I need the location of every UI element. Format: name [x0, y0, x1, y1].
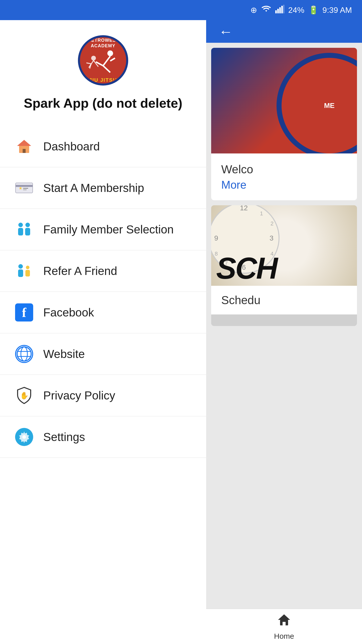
svg-text:2: 2	[270, 220, 274, 227]
schedule-label: Schedu	[221, 293, 347, 307]
right-panel: ← ME Welco More	[206, 20, 362, 644]
facebook-icon: f	[15, 303, 33, 321]
membership-icon	[15, 179, 33, 197]
svg-point-24	[18, 223, 23, 227]
wifi-icon	[261, 5, 271, 15]
svg-rect-4	[283, 5, 284, 13]
nav-item-home[interactable]: Home	[264, 613, 304, 640]
logo-text-bottom: JIU JITSU	[89, 77, 117, 83]
schedule-overlay-text: SCH	[211, 251, 282, 286]
svg-point-10	[91, 56, 96, 61]
svg-point-30	[26, 266, 29, 269]
welcome-text: Welco	[221, 163, 347, 176]
svg-rect-52	[283, 622, 286, 625]
svg-line-9	[110, 58, 115, 61]
alarm-icon: ⊕	[250, 5, 257, 15]
drawer-menu: Dashboard Start A Membership	[0, 126, 206, 458]
svg-text:✋: ✋	[20, 391, 29, 400]
menu-item-facebook[interactable]: f Facebook	[0, 292, 206, 333]
welcome-card: ME Welco More	[211, 48, 357, 200]
more-button[interactable]: More	[221, 179, 347, 191]
facebook-label: Facebook	[43, 306, 94, 319]
refer-icon	[15, 262, 33, 280]
svg-text:12: 12	[240, 205, 248, 212]
settings-icon	[15, 428, 33, 446]
dashboard-icon	[15, 137, 33, 155]
svg-point-33	[21, 347, 27, 361]
svg-point-26	[25, 223, 30, 227]
menu-item-settings[interactable]: Settings	[0, 416, 206, 458]
logo-text-top: METROWESTACADEMY	[87, 38, 119, 49]
family-label: Family Member Selection	[43, 223, 174, 236]
svg-rect-20	[16, 185, 33, 187]
svg-rect-3	[281, 6, 283, 13]
family-icon	[15, 220, 33, 238]
svg-point-5	[107, 51, 113, 56]
website-label: Website	[43, 347, 85, 361]
welcome-card-text: Welco More	[211, 153, 357, 200]
svg-rect-31	[25, 270, 30, 276]
svg-marker-50	[278, 614, 290, 620]
website-icon	[15, 345, 33, 363]
settings-label: Settings	[43, 430, 85, 444]
status-icons: ⊕ 24% 🔋 9:39 AM	[250, 5, 352, 15]
right-content: ME Welco More 12 3	[206, 43, 362, 609]
signal-icon	[275, 5, 284, 15]
svg-line-7	[103, 66, 110, 72]
battery-text: 24%	[288, 6, 304, 15]
drawer-title: Spark App (do not delete)	[14, 96, 193, 111]
privacy-label: Privacy Policy	[43, 389, 115, 402]
svg-rect-25	[18, 228, 23, 235]
menu-item-family[interactable]: Family Member Selection	[0, 209, 206, 250]
status-bar: ⊕ 24% 🔋 9:39 AM	[0, 0, 362, 20]
schedule-card: 12 3 6 9 1 2 4 5 7 8 SCH Schedu	[211, 205, 357, 326]
welcome-card-logo: ME	[211, 48, 357, 153]
bottom-nav: Home	[206, 609, 362, 644]
back-button[interactable]: ←	[219, 23, 233, 40]
app-logo: METROWESTACADEMY JIU JITSU	[78, 35, 128, 86]
svg-point-38	[22, 435, 26, 439]
home-icon	[277, 613, 291, 630]
svg-rect-2	[279, 7, 281, 13]
menu-item-privacy[interactable]: ✋ Privacy Policy	[0, 375, 206, 416]
refer-label: Refer A Friend	[43, 264, 117, 278]
main-layout: METROWESTACADEMY JIU JITSU	[0, 20, 362, 644]
svg-rect-23	[23, 189, 27, 190]
svg-text:1: 1	[260, 210, 263, 217]
dashboard-label: Dashboard	[43, 140, 100, 153]
svg-marker-16	[17, 140, 31, 146]
menu-item-website[interactable]: Website	[0, 333, 206, 375]
svg-point-28	[18, 264, 23, 269]
svg-line-6	[103, 56, 110, 66]
right-header: ←	[206, 20, 362, 43]
menu-item-dashboard[interactable]: Dashboard	[0, 126, 206, 167]
svg-line-13	[86, 63, 91, 64]
menu-item-refer[interactable]: Refer A Friend	[0, 250, 206, 292]
svg-text:3: 3	[269, 234, 274, 242]
schedule-card-footer: Schedu	[211, 286, 357, 314]
time: 9:39 AM	[323, 6, 352, 15]
svg-rect-1	[277, 9, 279, 13]
svg-rect-29	[18, 269, 23, 277]
battery-icon: 🔋	[308, 5, 319, 15]
logo-figure	[83, 49, 123, 77]
privacy-icon: ✋	[15, 386, 33, 405]
drawer: METROWESTACADEMY JIU JITSU	[0, 20, 206, 644]
home-label: Home	[274, 632, 294, 640]
svg-point-32	[17, 347, 31, 361]
membership-label: Start A Membership	[43, 181, 144, 195]
svg-rect-27	[25, 228, 30, 235]
svg-rect-0	[275, 10, 277, 13]
svg-text:9: 9	[214, 234, 218, 242]
menu-item-membership[interactable]: Start A Membership	[0, 167, 206, 209]
svg-rect-22	[23, 188, 28, 189]
